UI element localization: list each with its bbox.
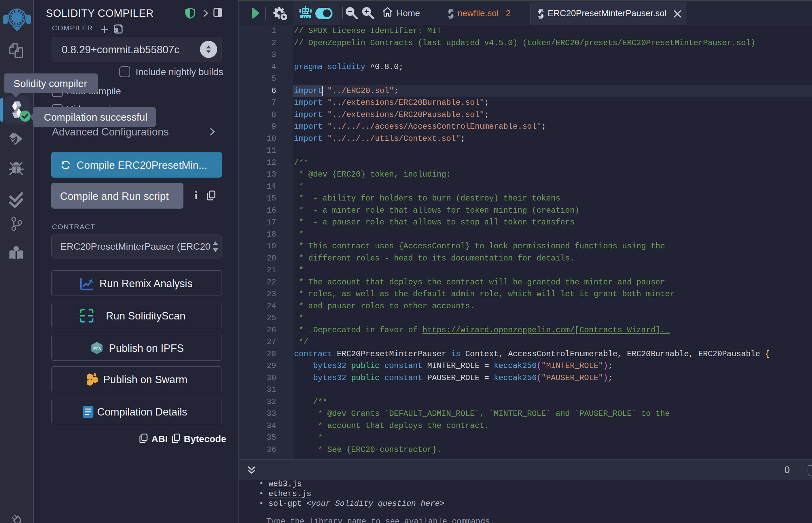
svg-text:IPFS: IPFS — [93, 347, 101, 351]
